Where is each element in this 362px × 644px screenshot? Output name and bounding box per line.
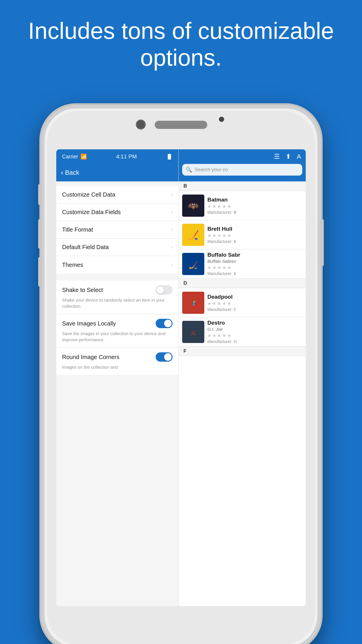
item-thumbnail: 🦸 — [182, 292, 204, 314]
star-icon: ★ — [227, 233, 231, 238]
share-icon[interactable]: ⬆ — [286, 153, 291, 160]
status-time: 4:11 PM — [116, 153, 137, 160]
search-placeholder: Search your co — [194, 167, 228, 173]
section-header-f: F — [179, 346, 306, 356]
item-info: Deadpool ★ ★ ★ ★ ★ Manufacturer: F — [207, 294, 302, 312]
list-item[interactable]: 🦸 Deadpool ★ ★ ★ ★ ★ Manufacturer: F — [179, 288, 306, 317]
item-manufacturer: Manufacturer: F — [207, 307, 302, 312]
save-images-label: Save Images Locally — [62, 320, 156, 327]
chevron-icon: › — [171, 227, 173, 233]
chevron-icon: › — [171, 192, 173, 198]
shake-to-select-row: Shake to Select — [62, 285, 173, 295]
power-button[interactable] — [320, 219, 324, 266]
list-item[interactable]: 🏒 Brett Hull ★ ★ ★ ★ ★ Manufacturer: K — [179, 220, 306, 249]
star-icon: ★ — [207, 265, 211, 270]
toggle-section: Shake to Select Shake your device to ran… — [56, 281, 178, 375]
item-name: Destro — [207, 320, 302, 326]
item-name: Deadpool — [207, 294, 302, 300]
section-header-b: B — [179, 181, 306, 191]
svg-text:🏒: 🏒 — [189, 260, 198, 270]
item-name: Brett Hull — [207, 226, 302, 232]
star-icon: ★ — [207, 301, 211, 306]
star-icon: ★ — [217, 265, 221, 270]
star-icon: ★ — [217, 233, 221, 238]
star-icon: ★ — [212, 233, 216, 238]
carrier-label: Carrier — [62, 154, 78, 160]
star-icon: ★ — [222, 233, 226, 238]
item-thumbnail: 🦇 — [182, 195, 204, 217]
star-icon: ★ — [227, 333, 231, 338]
item-stars: ★ ★ ★ ★ ★ — [207, 333, 302, 338]
star-icon: ★ — [207, 204, 211, 209]
star-icon: ★ — [212, 333, 216, 338]
svg-text:🦸: 🦸 — [189, 299, 198, 308]
shake-to-select-toggle[interactable] — [156, 285, 173, 295]
settings-panel: Carrier 📶 4:11 PM ▐▌ ‹ Back — [56, 149, 178, 606]
phone-frame: Carrier 📶 4:11 PM ▐▌ ‹ Back — [41, 105, 321, 644]
round-corners-description: Images on the collection and — [62, 364, 173, 370]
camera — [136, 120, 146, 130]
star-icon: ★ — [222, 301, 226, 306]
back-chevron-icon: ‹ — [61, 169, 63, 177]
svg-text:🦇: 🦇 — [187, 200, 199, 211]
item-name: Batman — [207, 197, 302, 203]
volume-down-button[interactable] — [38, 257, 42, 286]
collection-panel: ☰ ⬆ A 🔍 Search your co B — [178, 149, 306, 606]
item-manufacturer: Manufacturer: H — [207, 339, 302, 344]
screen: Carrier 📶 4:11 PM ▐▌ ‹ Back — [56, 149, 306, 606]
star-icon: ★ — [227, 204, 231, 209]
back-button[interactable]: ‹ Back — [61, 169, 79, 177]
shake-to-select-label: Shake to Select — [62, 287, 156, 293]
nav-bar-right-top: ☰ ⬆ A — [179, 149, 306, 164]
item-info: Batman ★ ★ ★ ★ ★ Manufacturer: B — [207, 197, 302, 215]
search-bar: 🔍 Search your co — [182, 164, 302, 176]
settings-list: Customize Cell Data › Customize Data Fie… — [56, 186, 178, 274]
item-thumbnail: ⚔ — [182, 321, 204, 343]
round-corners-item: Round Image Corners Images on the collec… — [56, 348, 178, 375]
list-item[interactable]: 🦇 Batman ★ ★ ★ ★ ★ Manufacturer: B — [179, 191, 306, 220]
star-icon: ★ — [227, 265, 231, 270]
star-icon: ★ — [222, 333, 226, 338]
list-item[interactable]: 🏒 Buffalo Sabr Buffalo Sabres ★ ★ ★ ★ ★ — [179, 249, 306, 279]
menu-icon[interactable]: ☰ — [274, 153, 280, 160]
mute-button[interactable] — [38, 184, 42, 205]
star-icon: ★ — [217, 333, 221, 338]
round-corners-label: Round Image Corners — [62, 354, 156, 360]
volume-up-button[interactable] — [38, 219, 42, 249]
list-item[interactable]: ⚔ Destro G.I. Joe ★ ★ ★ ★ ★ Manuf — [179, 317, 306, 346]
nav-bar-right: ☰ ⬆ A 🔍 Search your co — [179, 149, 306, 181]
star-icon: ★ — [217, 204, 221, 209]
settings-item-default-field[interactable]: Default Field Data › — [56, 239, 178, 256]
shake-to-select-description: Shake your device to randomly select an … — [62, 297, 173, 309]
settings-item-title-format[interactable]: Title Format › — [56, 221, 178, 239]
save-images-toggle[interactable] — [156, 319, 173, 328]
header-title: Includes tons of customizable options. — [0, 18, 362, 71]
item-stars: ★ ★ ★ ★ ★ — [207, 204, 302, 209]
star-icon: ★ — [222, 265, 226, 270]
chevron-icon: › — [171, 262, 173, 268]
front-dot — [219, 117, 224, 122]
settings-item-customize-cell[interactable]: Customize Cell Data › — [56, 186, 178, 204]
star-icon: ★ — [212, 265, 216, 270]
status-bar: Carrier 📶 4:11 PM ▐▌ — [56, 149, 178, 164]
round-corners-row: Round Image Corners — [62, 352, 173, 362]
settings-item-customize-fields[interactable]: Customize Data Fields › — [56, 204, 178, 221]
item-info: Destro G.I. Joe ★ ★ ★ ★ ★ Manufacturer: … — [207, 320, 302, 344]
settings-item-label: Default Field Data — [62, 244, 171, 251]
settings-item-themes[interactable]: Themes › — [56, 256, 178, 274]
item-manufacturer: Manufacturer: K — [207, 239, 302, 244]
item-subtitle: G.I. Joe — [207, 327, 302, 332]
svg-text:🏒: 🏒 — [187, 230, 199, 241]
font-size-icon[interactable]: A — [297, 153, 301, 160]
chevron-icon: › — [171, 209, 173, 215]
star-icon: ★ — [207, 333, 211, 338]
star-icon: ★ — [212, 301, 216, 306]
settings-section-spacer — [56, 181, 178, 186]
star-icon: ★ — [212, 204, 216, 209]
item-stars: ★ ★ ★ ★ ★ — [207, 301, 302, 306]
round-corners-toggle[interactable] — [156, 352, 173, 362]
item-info: Buffalo Sabr Buffalo Sabres ★ ★ ★ ★ ★ Ma… — [207, 252, 302, 276]
speaker — [155, 121, 207, 129]
item-thumbnail: 🏒 — [182, 253, 204, 275]
star-icon: ★ — [222, 204, 226, 209]
